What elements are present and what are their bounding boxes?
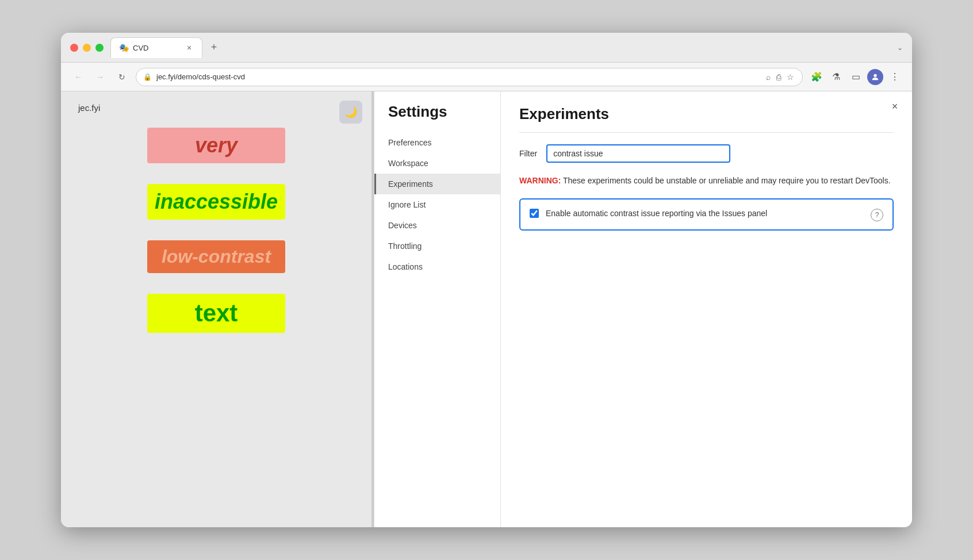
experiment-help-button[interactable]: ? (871, 209, 883, 221)
experiment-contrast-item: Enable automatic contrast issue reportin… (519, 198, 894, 231)
warning-text: WARNING: These experiments could be unst… (519, 174, 894, 187)
tab-dropdown-button[interactable]: ⌄ (897, 44, 903, 52)
dark-mode-button[interactable]: 🌙 (339, 101, 362, 124)
new-tab-button[interactable]: + (205, 39, 223, 57)
contrast-issue-label: Enable automatic contrast issue reportin… (546, 208, 864, 220)
demo-low-contrast-item: low-contrast (147, 240, 285, 273)
address-actions: ⌕ ⎙ ☆ (765, 71, 795, 83)
settings-close-button[interactable]: × (887, 98, 903, 114)
settings-nav-workspace[interactable]: Workspace (374, 153, 500, 174)
settings-nav-locations[interactable]: Locations (374, 256, 500, 277)
back-button[interactable]: ← (70, 69, 86, 85)
filter-input[interactable] (546, 144, 730, 163)
filter-row: Filter (519, 144, 894, 163)
settings-panel: Settings Preferences Workspace Experimen… (374, 91, 912, 527)
website-area: jec.fyi 🌙 very inaccessible low-contrast… (61, 91, 371, 527)
profile-icon (871, 72, 880, 82)
lock-icon: 🔒 (143, 73, 152, 81)
settings-title: Settings (374, 103, 500, 132)
settings-nav-throttling[interactable]: Throttling (374, 236, 500, 256)
nav-right-actions: 🧩 ⚗ ▭ ⋮ (809, 69, 903, 85)
tab-favicon: 🎭 (119, 43, 128, 52)
site-domain: jec.fyi (78, 103, 354, 113)
experiments-divider (519, 132, 894, 133)
address-bar[interactable]: 🔒 jec.fyi/demo/cds-quest-cvd ⌕ ⎙ ☆ (136, 68, 803, 86)
reload-button[interactable]: ↻ (114, 69, 130, 85)
extensions-button[interactable]: 🧩 (809, 69, 825, 85)
split-view-button[interactable]: ▭ (848, 69, 864, 85)
demo-inaccessible-item: inaccessible (147, 184, 285, 220)
page-content: jec.fyi 🌙 very inaccessible low-contrast… (61, 91, 912, 527)
more-button[interactable]: ⋮ (887, 69, 903, 85)
share-icon[interactable]: ⎙ (775, 71, 782, 83)
settings-nav-preferences[interactable]: Preferences (374, 132, 500, 153)
warning-label: WARNING: (519, 176, 561, 185)
browser-window: 🎭 CVD × + ⌄ ← → ↻ 🔒 jec.fyi/demo/cds-que… (61, 33, 912, 527)
forward-button[interactable]: → (92, 69, 108, 85)
experiments-content: Experiments Filter WARNING: These experi… (501, 91, 912, 527)
svg-point-0 (874, 74, 876, 76)
url-text: jec.fyi/demo/cds-quest-cvd (156, 72, 760, 81)
lab-button[interactable]: ⚗ (828, 69, 844, 85)
settings-nav-ignore-list[interactable]: Ignore List (374, 194, 500, 215)
settings-nav-devices[interactable]: Devices (374, 215, 500, 236)
experiments-title: Experiments (519, 105, 894, 123)
contrast-issue-checkbox[interactable] (530, 209, 539, 218)
active-tab[interactable]: 🎭 CVD × (110, 37, 202, 58)
warning-body: These experiments could be unstable or u… (561, 176, 890, 185)
traffic-lights (70, 44, 104, 52)
demo-text-item: text (147, 294, 285, 333)
close-window-button[interactable] (70, 44, 78, 52)
settings-nav-experiments[interactable]: Experiments (374, 174, 500, 194)
profile-button[interactable] (867, 69, 883, 85)
demo-very-item: very (147, 128, 285, 163)
settings-nav: Settings Preferences Workspace Experimen… (374, 91, 501, 527)
minimize-window-button[interactable] (83, 44, 91, 52)
tab-close-button[interactable]: × (185, 43, 194, 52)
search-icon[interactable]: ⌕ (765, 71, 772, 83)
filter-label: Filter (519, 149, 537, 158)
title-bar: 🎭 CVD × + ⌄ (61, 33, 912, 63)
bookmark-icon[interactable]: ☆ (786, 71, 795, 83)
devtools-overlay: × Settings Preferences Workspace Experim… (374, 91, 912, 527)
tab-title: CVD (133, 44, 180, 52)
tab-bar: 🎭 CVD × + ⌄ (110, 37, 903, 58)
maximize-window-button[interactable] (95, 44, 104, 52)
nav-bar: ← → ↻ 🔒 jec.fyi/demo/cds-quest-cvd ⌕ ⎙ ☆… (61, 63, 912, 91)
